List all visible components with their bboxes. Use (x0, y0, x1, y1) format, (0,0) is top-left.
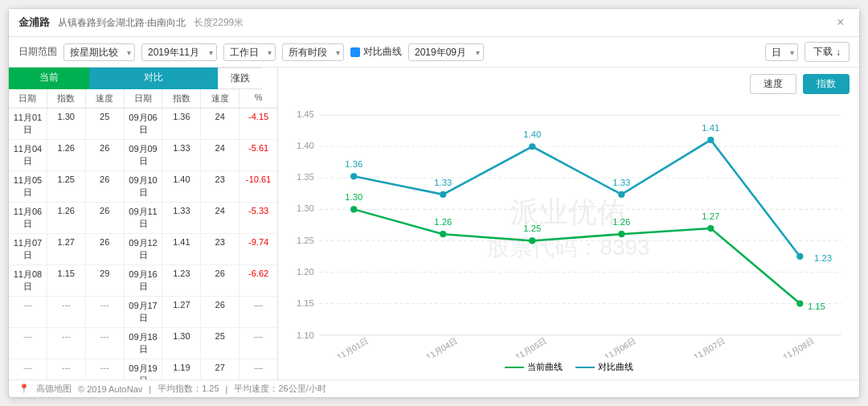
cell-cur-spd: --- (86, 359, 125, 379)
cell-cur-idx: --- (47, 328, 86, 359)
current-point-1 (440, 231, 446, 237)
current-label-0: 1.30 (345, 192, 362, 202)
cell-cur-date: --- (9, 328, 47, 359)
compare-legend-item: 对比曲线 (575, 361, 633, 373)
cell-cmp-spd: 24 (201, 109, 240, 139)
chart-area: 派业优佑 股票代码：8393 1.10 1.15 1.20 1.25 1.30 … (288, 97, 850, 358)
index-button[interactable]: 指数 (803, 74, 850, 94)
compare-month-select-wrap: 2019年09月 (408, 43, 484, 61)
compare-legend-label: 对比曲线 (598, 361, 633, 373)
col-cur-idx: 指数 (47, 89, 86, 108)
table-group-header: 当前 对比 涨跌 (9, 68, 277, 89)
current-point-4 (707, 225, 714, 232)
compare-checkbox-group: 对比曲线 (350, 45, 402, 59)
current-point-0 (350, 206, 357, 212)
col-cur-date: 日期 (9, 89, 47, 108)
cell-cmp-spd: 26 (201, 265, 240, 296)
cell-cmp-date: 09月06日 (125, 109, 163, 139)
cell-cur-idx: 1.27 (47, 234, 86, 265)
svg-text:1.10: 1.10 (297, 330, 314, 340)
current-label-4: 1.27 (702, 211, 719, 221)
compare-label-4: 1.41 (702, 123, 719, 133)
speed-button[interactable]: 速度 (750, 74, 796, 94)
column-headers: 日期 指数 速度 日期 指数 速度 % (9, 89, 277, 109)
download-label: 下载 (813, 45, 833, 59)
footer-bar: 📍 高德地图 © 2019 AutoNav | 平均指数：1.25 | 平均速度… (9, 379, 859, 397)
current-month-select-wrap: 2019年11月 (141, 43, 217, 61)
svg-text:11月07日: 11月07日 (692, 337, 727, 358)
cell-cmp-spd: 23 (201, 234, 240, 265)
cell-cmp-date: 09月19日 (125, 359, 163, 379)
cell-cur-date: 11月01日 (9, 109, 47, 139)
cell-change: -6.62 (240, 265, 277, 296)
col-cmp-idx: 指数 (162, 89, 201, 108)
cell-cur-idx: 1.30 (47, 109, 86, 139)
toolbar: 日期范围 按星期比较 2019年11月 工作日 所有时段 对比曲线 (9, 37, 859, 68)
compare-point-3 (618, 191, 624, 198)
cell-cur-spd: 25 (86, 109, 125, 139)
table-body: 11月01日 1.30 25 09月06日 1.36 24 -4.15 11月0… (9, 109, 277, 379)
cell-cur-date: 11月05日 (9, 171, 47, 202)
cell-cmp-idx: 1.40 (162, 171, 201, 202)
cell-cur-spd: --- (86, 297, 125, 327)
change-header: 涨跌 (218, 68, 262, 89)
close-button[interactable]: × (837, 16, 850, 29)
chart-section: 速度 指数 派业优佑 股票代码：8393 1.10 1.15 (278, 68, 859, 379)
cell-cmp-idx: 1.30 (162, 328, 201, 359)
cell-cmp-date: 09月16日 (125, 265, 163, 296)
cell-change: — (240, 359, 277, 379)
svg-text:1.40: 1.40 (297, 141, 314, 150)
main-window: 金浦路 从镇春路到金湖北路·由南向北 长度2299米 × 日期范围 按星期比较 … (8, 8, 860, 398)
period-select[interactable]: 日 (765, 43, 798, 61)
current-month-select[interactable]: 2019年11月 (141, 43, 217, 61)
cell-cmp-idx: 1.41 (162, 234, 201, 265)
svg-text:1.30: 1.30 (297, 203, 314, 213)
workday-select[interactable]: 工作日 (223, 43, 276, 61)
table-row: --- --- --- 09月18日 1.30 25 — (9, 328, 277, 359)
cell-cur-idx: --- (47, 297, 86, 327)
footer-avg-speed: 平均速度：26公里/小时 (234, 383, 326, 395)
chart-buttons: 速度 指数 (288, 74, 850, 94)
chart-svg: 1.10 1.15 1.20 1.25 1.30 1.35 1.40 1.45 (288, 97, 850, 358)
svg-text:11月04日: 11月04日 (424, 337, 459, 358)
table-row: --- --- --- 09月19日 1.19 27 — (9, 359, 277, 379)
current-label-2: 1.25 (523, 224, 541, 233)
compare-label: 对比曲线 (363, 45, 402, 59)
time-segment-select[interactable]: 所有时段 (282, 43, 344, 61)
cell-cur-date: --- (9, 359, 47, 379)
compare-label-1: 1.33 (434, 178, 452, 187)
compare-legend-line (575, 367, 595, 368)
cell-cur-idx: 1.25 (47, 171, 86, 202)
current-label-5: 1.15 (808, 301, 825, 311)
cell-cur-spd: 26 (86, 234, 125, 265)
cell-change: — (240, 328, 277, 359)
cell-cur-idx: 1.26 (47, 140, 86, 170)
table-row: 11月06日 1.26 26 09月11日 1.33 24 -5.33 (9, 203, 277, 234)
cell-change: — (240, 297, 277, 327)
cell-cur-date: 11月06日 (9, 203, 47, 233)
current-label-3: 1.26 (612, 217, 630, 227)
current-legend-line (505, 367, 524, 368)
svg-text:11月06日: 11月06日 (603, 337, 637, 358)
cell-cur-idx: --- (47, 359, 86, 379)
current-line (354, 209, 800, 303)
compare-point-2 (529, 143, 535, 150)
road-title: 金浦路 从镇春路到金湖北路·由南向北 长度2299米 (18, 15, 837, 30)
col-cmp-date: 日期 (125, 89, 163, 108)
compare-type-select[interactable]: 按星期比较 (63, 43, 135, 61)
cell-cur-idx: 1.26 (47, 203, 86, 233)
compare-month-select[interactable]: 2019年09月 (408, 43, 484, 61)
svg-text:1.45: 1.45 (297, 109, 314, 119)
svg-text:11月01日: 11月01日 (335, 337, 370, 358)
current-legend-item: 当前曲线 (505, 361, 563, 373)
cell-cmp-date: 09月17日 (125, 297, 163, 327)
time-segment-select-wrap: 所有时段 (282, 43, 344, 61)
compare-type-select-wrap: 按星期比较 (63, 43, 135, 61)
current-point-3 (618, 231, 624, 237)
compare-label-2: 1.40 (523, 129, 541, 139)
download-button[interactable]: 下载 ↓ (805, 42, 850, 62)
separator2: | (226, 384, 228, 394)
cell-cmp-date: 09月09日 (125, 140, 163, 170)
cell-cmp-idx: 1.27 (162, 297, 201, 327)
cell-cur-spd: 26 (86, 203, 125, 233)
